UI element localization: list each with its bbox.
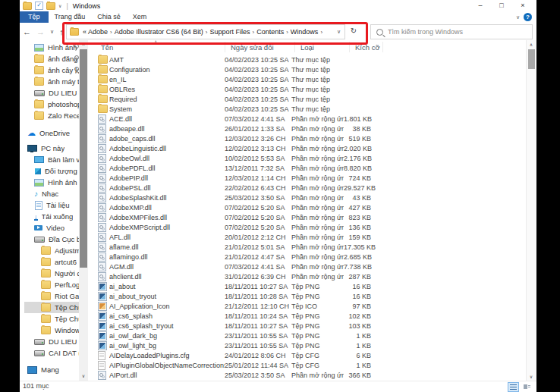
file-row[interactable]: ai_about_tryout 18/11/2011 10:28 SA Tệp … (95, 291, 527, 301)
sidebar-scroll-up-icon[interactable]: ∧ (79, 40, 88, 48)
breadcrumb-part[interactable]: Support Files (209, 28, 250, 36)
file-list-scrollbar[interactable]: ∧ ∨ (526, 40, 536, 381)
file-row[interactable]: Required 04/02/2023 10:25 SA Thư mục tệp (95, 94, 527, 104)
file-row[interactable]: ai_owl_dark_bg 23/11/2011 10:55 SA Tệp P… (95, 331, 527, 340)
file-row[interactable]: ai_cs6_splash 18/11/2011 10:24 SA Tệp PN… (95, 311, 527, 321)
breadcrumb-separator-icon[interactable]: › (110, 29, 112, 36)
sidebar-item[interactable]: Mạng (24, 364, 79, 375)
file-row[interactable]: ai_owl_light_bg 23/11/2011 10:55 SA Tệp … (95, 340, 527, 350)
list-scrollbar-thumb[interactable] (528, 49, 535, 69)
file-row[interactable]: AdobeXMP.dll 07/02/2012 5:20 SA Phần mở … (95, 202, 527, 212)
sidebar-item[interactable]: Tài liệu (24, 199, 79, 211)
sidebar-item[interactable]: Tệp Chương tri (24, 313, 79, 325)
new-folder-icon[interactable] (46, 2, 55, 10)
breadcrumb-separator-icon[interactable]: › (286, 29, 288, 36)
up-button[interactable]: ↑ (59, 27, 64, 36)
sidebar-item[interactable]: CAI DAT (E:) (24, 347, 79, 359)
forward-button[interactable]: → (36, 27, 45, 36)
refresh-button[interactable]: ↻ (348, 24, 360, 38)
file-row[interactable]: ai_cs6_splash_tryout 18/11/2011 10:27 SA… (95, 321, 527, 331)
close-button[interactable]: × (512, 0, 533, 11)
file-row[interactable]: AIPluginGlobalObjectNameCorrections.c...… (95, 360, 527, 370)
address-bar[interactable]: « Adobe›Adobe Illustrator CS6 (64 Bit)›S… (66, 24, 345, 39)
file-row[interactable]: ai_about 18/11/2011 10:27 SA Tệp PNG 16 … (95, 281, 527, 291)
large-icons-view-button[interactable] (521, 382, 533, 392)
sidebar-scrollbar[interactable]: ∧ ∨ (79, 40, 88, 381)
sidebar-item[interactable]: Nhạc (24, 188, 79, 199)
sidebar-item[interactable]: Tải xuống (24, 211, 79, 222)
sidebar-item[interactable]: Đối tượng 3D (24, 165, 79, 177)
column-header-name[interactable]: Tên (95, 42, 225, 52)
breadcrumb-part[interactable]: Windows (291, 28, 319, 36)
file-row[interactable]: AMT 04/02/2023 10:25 SA Thư mục tệp (95, 55, 527, 64)
file-row[interactable]: adbeape.dll 26/01/2012 1:33 SA Phần mở r… (95, 124, 527, 133)
minimize-button[interactable]: – (470, 0, 491, 11)
sidebar-item[interactable]: Bàn làm việc (24, 154, 79, 165)
file-row[interactable]: AIDelayLoadedPlugins.cfg 24/01/2012 8:06… (95, 350, 527, 360)
tab-share[interactable]: Chia sẻ (91, 11, 127, 23)
sidebar-item[interactable]: ảnh đăng bài (24, 53, 79, 64)
column-header-type[interactable]: Loại (295, 42, 350, 52)
sidebar-item[interactable]: Riot Games (24, 290, 79, 302)
file-row[interactable]: AIPort.dll 25/03/2012 3:50 SA Phần mở rộ… (95, 370, 527, 380)
file-row[interactable]: adobe_caps.dll 12/03/2012 3:26 CH Phần m… (95, 133, 527, 143)
breadcrumb-separator-icon[interactable]: › (320, 29, 322, 36)
sidebar-item[interactable]: photoshop + illu (24, 99, 79, 110)
breadcrumb-part[interactable]: Contents (256, 28, 284, 36)
expand-ribbon-chevron-icon[interactable]: ∨ (516, 14, 520, 20)
sidebar-item[interactable]: artcut6 (24, 256, 79, 268)
sidebar-item[interactable]: Hình ảnh (24, 177, 79, 188)
tab-home[interactable]: Trang đầu (49, 11, 92, 23)
sidebar-item[interactable]: Windows (24, 325, 79, 336)
file-row[interactable]: AGM.dll 07/03/2012 4:41 SA Phần mở rộng … (95, 262, 527, 271)
file-row[interactable]: AdobeLinguistic.dll 12/02/2012 3:13 CH P… (95, 143, 527, 153)
file-row[interactable]: en_IL 04/02/2023 10:25 SA Thư mục tệp (95, 74, 527, 84)
file-row[interactable]: AI_Application_Icon 21/12/2011 12:10 CH … (95, 301, 527, 311)
breadcrumb-part[interactable]: Adobe Illustrator CS6 (64 Bit) (115, 28, 203, 36)
list-scroll-down-icon[interactable]: ∨ (527, 373, 536, 381)
column-header-date-modified[interactable]: Ngày sửa đổi (225, 42, 295, 52)
sidebar-item[interactable]: Tệp Chương tri (24, 302, 79, 313)
file-row[interactable]: AdobeXMPFiles.dll 07/02/2012 5:20 SA Phầ… (95, 212, 527, 222)
file-row[interactable]: AdobePIP.dll 12/03/2012 1:14 CH Phần mở … (95, 173, 527, 183)
file-row[interactable]: ahclient.dll 31/01/2012 6:39 CH Phần mở … (95, 271, 527, 281)
address-dropdown-chevron-icon[interactable]: ∨ (333, 29, 344, 35)
maximize-button[interactable]: □ (491, 0, 512, 11)
file-row[interactable]: AdobeOwl.dll 10/02/2012 5:53 SA Phần mở … (95, 153, 527, 163)
file-row[interactable]: AdobeSplashKit.dll 25/03/2012 3:50 SA Ph… (95, 193, 527, 202)
breadcrumb-separator-icon[interactable]: › (206, 29, 208, 36)
back-button[interactable]: ← (23, 27, 31, 36)
sidebar-item[interactable]: DU LIEU (D:) (24, 87, 79, 99)
breadcrumb-part[interactable]: « Adobe (83, 28, 108, 36)
sidebar-scrollbar-thumb[interactable] (80, 49, 87, 268)
recent-locations-chevron-icon[interactable]: ∨ (50, 29, 54, 35)
qat-customize-chevron-icon[interactable]: ∨ (58, 3, 61, 8)
sidebar-item[interactable]: Zalo Received Fi (24, 110, 79, 121)
file-row[interactable]: ACE.dll 07/03/2012 4:41 SA Phần mở rộng … (95, 114, 527, 124)
file-row[interactable]: AdobePSL.dll 22/02/2012 6:43 CH Phần mở … (95, 183, 527, 193)
file-row[interactable]: AFL.dll 20/01/2012 2:12 CH Phần mở rộng … (95, 232, 527, 242)
file-row[interactable]: aflamingo.dll 21/01/2012 4:47 SA Phần mở… (95, 252, 527, 262)
details-view-button[interactable] (508, 382, 519, 392)
checkbox-icon[interactable]: ✓ (35, 2, 43, 10)
sidebar-item[interactable]: Video (24, 222, 79, 234)
sidebar-item[interactable]: Đĩa Cục bộ (C:) (24, 234, 79, 245)
column-header-size[interactable]: Kích cỡ (350, 42, 383, 52)
file-row[interactable]: aflame.dll 21/01/2012 5:01 SA Phần mở rộ… (95, 242, 527, 252)
help-icon[interactable]: ? (524, 13, 532, 21)
sidebar-item[interactable]: OneDrive (24, 127, 79, 139)
sidebar-item[interactable]: ảnh cây lọc n (24, 64, 79, 76)
sidebar-item[interactable]: Người dùng (24, 268, 79, 279)
sidebar-item[interactable]: PerfLogs (24, 279, 79, 290)
sidebar-item[interactable]: Hình ảnh (24, 42, 79, 53)
file-row[interactable]: Configuration 04/02/2023 10:25 SA Thư mụ… (95, 64, 527, 74)
list-scroll-up-icon[interactable]: ∧ (527, 41, 536, 49)
file-row[interactable]: AdobePDFL.dll 13/12/2011 7:32 SA Phần mở… (95, 163, 527, 173)
file-row[interactable]: System 04/02/2023 10:25 SA Thư mục tệp (95, 104, 527, 114)
search-input[interactable] (388, 28, 532, 36)
file-row[interactable]: AdobeXMPScript.dll 07/02/2012 5:20 SA Ph… (95, 222, 527, 232)
file-row[interactable]: OBLRes 04/02/2023 10:25 SA Thư mục tệp (95, 84, 527, 94)
sidebar-scroll-down-icon[interactable]: ∨ (79, 372, 88, 380)
sidebar-item[interactable]: DU LIEU (D:) (24, 336, 79, 347)
sidebar-item[interactable]: ảnh máy thanh l (24, 76, 79, 87)
